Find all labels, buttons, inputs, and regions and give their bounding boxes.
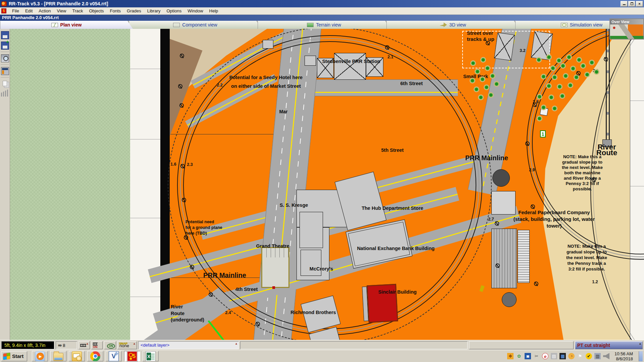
tree-icon[interactable] <box>570 66 576 71</box>
taskbar-explorer-button[interactable] <box>50 351 66 361</box>
station-main-block[interactable] <box>334 53 366 80</box>
tree-icon[interactable] <box>576 57 582 63</box>
track-joint-marker[interactable] <box>592 178 596 182</box>
track-joint-marker[interactable] <box>184 235 188 240</box>
taskbar-excel-button[interactable] <box>143 351 159 361</box>
parts-calculator-icon[interactable] <box>1 67 9 75</box>
overview-window[interactable]: Over View <box>609 18 644 40</box>
track-joint-marker[interactable] <box>385 45 389 50</box>
track-joint-marker[interactable] <box>182 198 186 202</box>
tree-icon[interactable] <box>566 54 572 60</box>
track-prr-mainline-inner[interactable] <box>183 41 476 329</box>
elevation-3.2[interactable]: 3.2 <box>520 48 525 53</box>
track-joint-marker[interactable] <box>209 292 213 297</box>
overview-thumbnail[interactable] <box>610 24 643 39</box>
label-mccrorys[interactable]: McCrory's <box>310 266 333 272</box>
taskbar-rrtrack-button[interactable]: 5 <box>124 351 140 361</box>
tree-icon[interactable] <box>589 60 595 65</box>
menu-window[interactable]: Window <box>184 7 206 14</box>
label-national-bank[interactable]: National Exchange Bank Building <box>357 246 434 251</box>
track-joint-marker[interactable] <box>179 103 184 108</box>
tray-people-icon[interactable]: ❖ <box>507 353 514 359</box>
tray-display-icon[interactable]: ◙ <box>525 353 531 359</box>
tree-icon[interactable] <box>594 69 599 75</box>
save-as-icon[interactable] <box>1 42 9 50</box>
elevation-2.4[interactable]: 2.4 <box>225 310 231 315</box>
track-joint-marker[interactable] <box>180 164 185 168</box>
menu-options[interactable]: Options <box>163 7 184 14</box>
label-river-route-title[interactable]: River Route <box>588 144 626 156</box>
tree-icon[interactable] <box>480 76 485 82</box>
tab-terrain-view[interactable]: Terrain view <box>258 21 390 29</box>
tree-icon[interactable] <box>480 57 486 63</box>
menu-grades[interactable]: Grades <box>124 7 144 14</box>
tree-icon[interactable] <box>484 84 489 90</box>
label-river-route-underground[interactable]: River Route (underground) <box>171 304 204 323</box>
label-6th-street[interactable]: 6th Street <box>400 81 423 86</box>
save-icon[interactable] <box>1 31 9 39</box>
menu-help[interactable]: Help <box>206 7 221 14</box>
label-ground-plane-note[interactable]: Potential need for a ground plane here (… <box>185 219 222 236</box>
tray-pinwheel-icon[interactable]: ✿ <box>516 353 522 359</box>
track-joint-marker[interactable] <box>486 41 490 45</box>
tree-icon[interactable] <box>557 84 562 89</box>
tree-icon[interactable] <box>556 58 562 63</box>
start-button[interactable]: Start <box>1 351 27 361</box>
track-joint-marker[interactable] <box>576 71 581 75</box>
track-joint-marker[interactable] <box>495 221 499 226</box>
menu-action[interactable]: Action <box>36 7 54 14</box>
elevation-2.3[interactable]: 2.3 <box>187 162 193 167</box>
elevation-2.1[interactable]: 2.1 <box>387 55 393 59</box>
label-prr-mainline-right[interactable]: PRR Mainline <box>465 155 508 161</box>
copy-icon[interactable] <box>3 81 7 86</box>
label-street-over-tracks[interactable]: Street over tracks & up <box>467 30 494 42</box>
tree-icon[interactable] <box>541 74 546 79</box>
paperboard-loading-canopy[interactable] <box>518 230 530 283</box>
tree-icon[interactable] <box>478 95 484 100</box>
tree-icon[interactable] <box>584 72 590 77</box>
label-steubenville-station[interactable]: Steubenville PRR Station <box>322 59 380 64</box>
tree-icon[interactable] <box>475 69 480 74</box>
elevation-1.2[interactable]: 1.2 <box>592 280 598 284</box>
tree-icon[interactable] <box>537 116 542 121</box>
tree-icon[interactable] <box>552 74 557 80</box>
document-icon[interactable]: 5 <box>1 8 6 13</box>
track-joint-marker[interactable] <box>495 263 500 268</box>
tree-icon[interactable] <box>550 65 556 71</box>
building-small-shed[interactable] <box>263 40 273 49</box>
label-note-upper[interactable]: NOTE: Make this a gradual slope up to th… <box>562 154 603 192</box>
tray-volume-icon[interactable] <box>603 353 609 359</box>
find-counter[interactable]: ∞ 8 <box>56 341 77 349</box>
tree-icon[interactable] <box>494 81 499 87</box>
tray-sync-icon[interactable]: ◔ <box>568 353 575 359</box>
menu-view[interactable]: View <box>54 7 69 14</box>
tree-icon[interactable] <box>536 57 542 63</box>
label-kresge[interactable]: S. S. Kresge <box>280 202 308 208</box>
track-joint-marker[interactable] <box>256 322 260 326</box>
taskbar-outlook-button[interactable] <box>69 351 85 361</box>
tray-snip-icon[interactable]: ✂ <box>533 353 540 359</box>
elevation-1.6[interactable]: 1.6 <box>170 162 176 167</box>
minimize-button[interactable] <box>621 1 628 7</box>
track-joint-marker[interactable] <box>180 54 184 58</box>
tab-component-view[interactable]: Component view <box>129 21 262 29</box>
tree-icon[interactable] <box>552 106 557 111</box>
track-joint-marker[interactable] <box>533 103 537 107</box>
tray-monitor-icon[interactable]: ▦ <box>559 353 566 359</box>
tree-icon[interactable] <box>568 82 573 88</box>
taskbar-clock[interactable]: 10:56 AM 8/6/2018 <box>614 351 633 361</box>
print-preview-icon[interactable] <box>1 54 9 62</box>
label-prr-mainline-left[interactable]: PRR Mainline <box>203 273 246 278</box>
elevation-2.7[interactable]: 2.7 <box>488 217 494 222</box>
tray-network-icon[interactable]: ▥ <box>594 353 601 359</box>
tray-antivirus-icon[interactable]: ✔ <box>586 353 592 359</box>
label-sinclair[interactable]: Sinclair Building <box>378 289 417 295</box>
tree-icon[interactable] <box>541 105 546 110</box>
tree-icon[interactable] <box>470 78 475 83</box>
building-small-shed[interactable] <box>305 56 316 66</box>
tree-icon[interactable] <box>563 73 569 79</box>
tree-icon[interactable] <box>537 94 542 100</box>
block-marker-1[interactable]: 1 <box>540 130 546 137</box>
grades-chart-icon[interactable] <box>1 88 9 97</box>
tree-icon[interactable] <box>470 60 476 66</box>
